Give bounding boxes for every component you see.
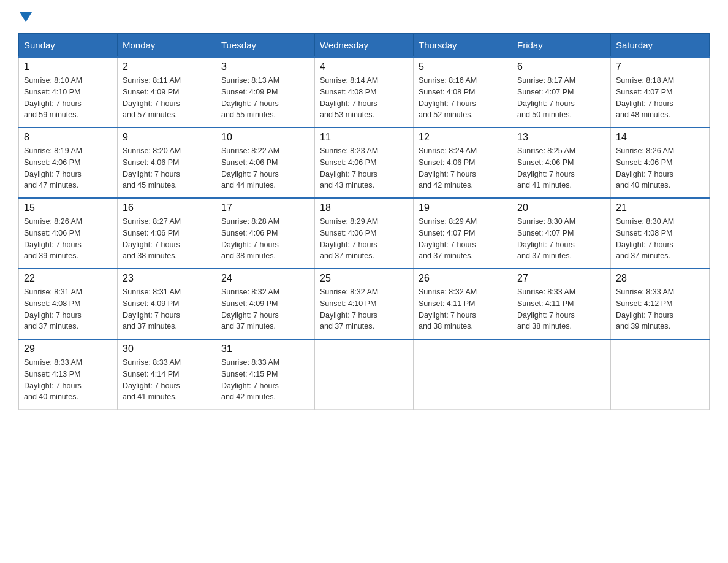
calendar-week-row: 1 Sunrise: 8:10 AM Sunset: 4:10 PM Dayli… bbox=[19, 57, 710, 128]
calendar-cell: 20 Sunrise: 8:30 AM Sunset: 4:07 PM Dayl… bbox=[512, 198, 611, 269]
day-number: 25 bbox=[320, 273, 408, 284]
calendar-cell: 2 Sunrise: 8:11 AM Sunset: 4:09 PM Dayli… bbox=[118, 57, 216, 128]
page-header bbox=[18, 12, 710, 21]
calendar-cell: 28 Sunrise: 8:33 AM Sunset: 4:12 PM Dayl… bbox=[611, 269, 710, 339]
weekday-header-row: SundayMondayTuesdayWednesdayThursdayFrid… bbox=[19, 34, 710, 58]
day-number: 16 bbox=[123, 202, 211, 213]
day-info: Sunrise: 8:33 AM Sunset: 4:15 PM Dayligh… bbox=[221, 357, 309, 403]
calendar-cell: 30 Sunrise: 8:33 AM Sunset: 4:14 PM Dayl… bbox=[118, 339, 216, 410]
day-info: Sunrise: 8:27 AM Sunset: 4:06 PM Dayligh… bbox=[123, 216, 211, 262]
calendar-cell bbox=[611, 339, 710, 410]
day-number: 11 bbox=[320, 132, 408, 143]
day-number: 31 bbox=[221, 343, 309, 354]
logo-triangle-icon bbox=[20, 12, 32, 22]
calendar-cell: 11 Sunrise: 8:23 AM Sunset: 4:06 PM Dayl… bbox=[315, 128, 414, 198]
calendar-cell bbox=[414, 339, 512, 410]
weekday-header-sunday: Sunday bbox=[19, 34, 118, 58]
day-info: Sunrise: 8:31 AM Sunset: 4:08 PM Dayligh… bbox=[24, 286, 112, 332]
calendar-table: SundayMondayTuesdayWednesdayThursdayFrid… bbox=[18, 33, 710, 410]
day-number: 2 bbox=[123, 61, 211, 72]
day-info: Sunrise: 8:22 AM Sunset: 4:06 PM Dayligh… bbox=[221, 145, 309, 191]
day-info: Sunrise: 8:17 AM Sunset: 4:07 PM Dayligh… bbox=[517, 75, 605, 121]
calendar-week-row: 22 Sunrise: 8:31 AM Sunset: 4:08 PM Dayl… bbox=[19, 269, 710, 339]
calendar-cell: 9 Sunrise: 8:20 AM Sunset: 4:06 PM Dayli… bbox=[118, 128, 216, 198]
day-number: 14 bbox=[616, 132, 704, 143]
day-info: Sunrise: 8:24 AM Sunset: 4:06 PM Dayligh… bbox=[419, 145, 507, 191]
day-number: 27 bbox=[517, 273, 605, 284]
calendar-cell: 14 Sunrise: 8:26 AM Sunset: 4:06 PM Dayl… bbox=[611, 128, 710, 198]
day-info: Sunrise: 8:29 AM Sunset: 4:06 PM Dayligh… bbox=[320, 216, 408, 262]
calendar-cell: 29 Sunrise: 8:33 AM Sunset: 4:13 PM Dayl… bbox=[19, 339, 118, 410]
day-info: Sunrise: 8:33 AM Sunset: 4:14 PM Dayligh… bbox=[123, 357, 211, 403]
day-number: 4 bbox=[320, 61, 408, 72]
weekday-header-wednesday: Wednesday bbox=[315, 34, 414, 58]
calendar-cell: 31 Sunrise: 8:33 AM Sunset: 4:15 PM Dayl… bbox=[216, 339, 315, 410]
day-number: 23 bbox=[123, 273, 211, 284]
weekday-header-friday: Friday bbox=[512, 34, 611, 58]
weekday-header-saturday: Saturday bbox=[611, 34, 710, 58]
day-info: Sunrise: 8:26 AM Sunset: 4:06 PM Dayligh… bbox=[24, 216, 112, 262]
day-info: Sunrise: 8:11 AM Sunset: 4:09 PM Dayligh… bbox=[123, 75, 211, 121]
day-info: Sunrise: 8:16 AM Sunset: 4:08 PM Dayligh… bbox=[419, 75, 507, 121]
day-number: 29 bbox=[24, 343, 112, 354]
day-number: 20 bbox=[517, 202, 605, 213]
day-number: 6 bbox=[517, 61, 605, 72]
day-number: 7 bbox=[616, 61, 704, 72]
day-info: Sunrise: 8:20 AM Sunset: 4:06 PM Dayligh… bbox=[123, 145, 211, 191]
day-info: Sunrise: 8:29 AM Sunset: 4:07 PM Dayligh… bbox=[419, 216, 507, 262]
calendar-cell: 16 Sunrise: 8:27 AM Sunset: 4:06 PM Dayl… bbox=[118, 198, 216, 269]
calendar-cell: 8 Sunrise: 8:19 AM Sunset: 4:06 PM Dayli… bbox=[19, 128, 118, 198]
calendar-cell: 13 Sunrise: 8:25 AM Sunset: 4:06 PM Dayl… bbox=[512, 128, 611, 198]
day-info: Sunrise: 8:30 AM Sunset: 4:08 PM Dayligh… bbox=[616, 216, 704, 262]
calendar-cell bbox=[512, 339, 611, 410]
day-info: Sunrise: 8:33 AM Sunset: 4:11 PM Dayligh… bbox=[517, 286, 605, 332]
day-number: 3 bbox=[221, 61, 309, 72]
calendar-cell: 5 Sunrise: 8:16 AM Sunset: 4:08 PM Dayli… bbox=[414, 57, 512, 128]
calendar-cell: 15 Sunrise: 8:26 AM Sunset: 4:06 PM Dayl… bbox=[19, 198, 118, 269]
day-number: 17 bbox=[221, 202, 309, 213]
calendar-week-row: 29 Sunrise: 8:33 AM Sunset: 4:13 PM Dayl… bbox=[19, 339, 710, 410]
weekday-header-monday: Monday bbox=[118, 34, 216, 58]
day-number: 5 bbox=[419, 61, 507, 72]
day-info: Sunrise: 8:25 AM Sunset: 4:06 PM Dayligh… bbox=[517, 145, 605, 191]
calendar-cell: 18 Sunrise: 8:29 AM Sunset: 4:06 PM Dayl… bbox=[315, 198, 414, 269]
calendar-cell: 23 Sunrise: 8:31 AM Sunset: 4:09 PM Dayl… bbox=[118, 269, 216, 339]
calendar-cell: 19 Sunrise: 8:29 AM Sunset: 4:07 PM Dayl… bbox=[414, 198, 512, 269]
day-number: 18 bbox=[320, 202, 408, 213]
calendar-cell: 12 Sunrise: 8:24 AM Sunset: 4:06 PM Dayl… bbox=[414, 128, 512, 198]
day-info: Sunrise: 8:28 AM Sunset: 4:06 PM Dayligh… bbox=[221, 216, 309, 262]
calendar-cell: 25 Sunrise: 8:32 AM Sunset: 4:10 PM Dayl… bbox=[315, 269, 414, 339]
calendar-cell: 17 Sunrise: 8:28 AM Sunset: 4:06 PM Dayl… bbox=[216, 198, 315, 269]
calendar-cell: 10 Sunrise: 8:22 AM Sunset: 4:06 PM Dayl… bbox=[216, 128, 315, 198]
calendar-week-row: 15 Sunrise: 8:26 AM Sunset: 4:06 PM Dayl… bbox=[19, 198, 710, 269]
day-info: Sunrise: 8:32 AM Sunset: 4:11 PM Dayligh… bbox=[419, 286, 507, 332]
day-number: 10 bbox=[221, 132, 309, 143]
day-number: 8 bbox=[24, 132, 112, 143]
day-info: Sunrise: 8:33 AM Sunset: 4:12 PM Dayligh… bbox=[616, 286, 704, 332]
day-info: Sunrise: 8:10 AM Sunset: 4:10 PM Dayligh… bbox=[24, 75, 112, 121]
calendar-cell bbox=[315, 339, 414, 410]
calendar-cell: 3 Sunrise: 8:13 AM Sunset: 4:09 PM Dayli… bbox=[216, 57, 315, 128]
calendar-week-row: 8 Sunrise: 8:19 AM Sunset: 4:06 PM Dayli… bbox=[19, 128, 710, 198]
day-number: 13 bbox=[517, 132, 605, 143]
calendar-cell: 4 Sunrise: 8:14 AM Sunset: 4:08 PM Dayli… bbox=[315, 57, 414, 128]
day-number: 22 bbox=[24, 273, 112, 284]
weekday-header-thursday: Thursday bbox=[414, 34, 512, 58]
day-number: 21 bbox=[616, 202, 704, 213]
day-number: 24 bbox=[221, 273, 309, 284]
calendar-cell: 21 Sunrise: 8:30 AM Sunset: 4:08 PM Dayl… bbox=[611, 198, 710, 269]
day-number: 28 bbox=[616, 273, 704, 284]
day-number: 1 bbox=[24, 61, 112, 72]
day-number: 9 bbox=[123, 132, 211, 143]
weekday-header-tuesday: Tuesday bbox=[216, 34, 315, 58]
day-info: Sunrise: 8:32 AM Sunset: 4:09 PM Dayligh… bbox=[221, 286, 309, 332]
calendar-cell: 1 Sunrise: 8:10 AM Sunset: 4:10 PM Dayli… bbox=[19, 57, 118, 128]
day-info: Sunrise: 8:30 AM Sunset: 4:07 PM Dayligh… bbox=[517, 216, 605, 262]
day-info: Sunrise: 8:33 AM Sunset: 4:13 PM Dayligh… bbox=[24, 357, 112, 403]
day-info: Sunrise: 8:32 AM Sunset: 4:10 PM Dayligh… bbox=[320, 286, 408, 332]
calendar-cell: 22 Sunrise: 8:31 AM Sunset: 4:08 PM Dayl… bbox=[19, 269, 118, 339]
day-info: Sunrise: 8:23 AM Sunset: 4:06 PM Dayligh… bbox=[320, 145, 408, 191]
day-info: Sunrise: 8:26 AM Sunset: 4:06 PM Dayligh… bbox=[616, 145, 704, 191]
day-info: Sunrise: 8:19 AM Sunset: 4:06 PM Dayligh… bbox=[24, 145, 112, 191]
day-info: Sunrise: 8:31 AM Sunset: 4:09 PM Dayligh… bbox=[123, 286, 211, 332]
